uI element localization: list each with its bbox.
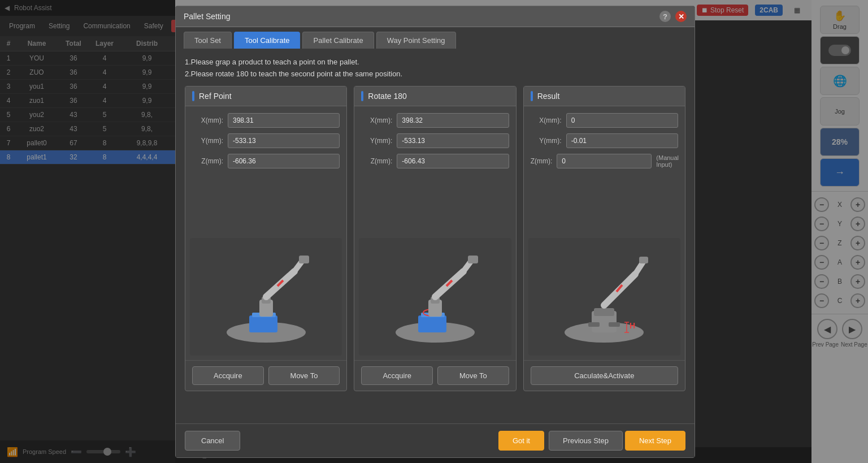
svg-rect-32 <box>639 257 648 263</box>
next-step-btn[interactable]: Next Step <box>625 431 685 451</box>
modal-controls: ? ✕ <box>659 11 687 22</box>
modal-titlebar: Pallet Setting ? ✕ <box>176 6 695 27</box>
robot-illustration-3: H <box>528 238 680 356</box>
tabs-container: Tool Set Tool Calibrate Pallet Calibrate… <box>176 27 695 49</box>
tab-pallet-calibrate[interactable]: Pallet Calibrate <box>302 32 374 49</box>
rotate-180-title: Rotate 180 <box>368 92 407 101</box>
rot-accquire-btn[interactable]: Accquire <box>361 366 433 385</box>
rotate-180-panel: Rotate 180 X(mm): Y(mm): Z(mm): <box>354 86 516 391</box>
rot-z-input[interactable] <box>397 154 509 168</box>
ref-point-title: Ref Point <box>199 92 232 101</box>
rotate-180-body: X(mm): Y(mm): Z(mm): <box>354 106 515 238</box>
rot-x-field: X(mm): <box>361 113 509 128</box>
ref-x-field: X(mm): <box>192 113 340 128</box>
footer-right: Got it Previous Step Next Step <box>498 431 685 451</box>
rot-y-label: Y(mm): <box>361 137 392 145</box>
nav-btns: Previous Step Next Step <box>549 431 685 451</box>
manual-input-label: (Manual Input) <box>656 154 679 168</box>
rot-z-label: Z(mm): <box>361 157 392 165</box>
panels-container: Ref Point X(mm): Y(mm): Z(mm): <box>185 86 685 391</box>
got-it-btn[interactable]: Got it <box>498 431 544 451</box>
svg-text:H: H <box>630 321 635 330</box>
ref-accquire-btn[interactable]: Accquire <box>192 366 264 385</box>
res-z-input[interactable] <box>557 154 652 168</box>
ref-z-label: Z(mm): <box>192 157 223 165</box>
tab-tool-set[interactable]: Tool Set <box>184 32 232 49</box>
robot-svg-1 <box>210 249 323 345</box>
rot-x-input[interactable] <box>397 113 509 128</box>
robot-illustration-1 <box>190 238 342 356</box>
close-btn[interactable]: ✕ <box>675 11 687 22</box>
ref-y-label: Y(mm): <box>192 137 223 145</box>
rotate-180-footer: Accquire Move To <box>354 360 515 391</box>
svg-rect-23 <box>588 322 600 327</box>
ref-point-footer: Accquire Move To <box>185 360 346 391</box>
calculate-activate-btn[interactable]: Caculate&Activate <box>531 366 678 385</box>
ref-z-input[interactable] <box>228 154 340 168</box>
panel-bar <box>192 91 194 101</box>
ref-y-field: Y(mm): <box>192 133 340 148</box>
ref-z-field: Z(mm): <box>192 154 340 168</box>
res-x-field: X(mm): <box>531 113 678 128</box>
tab-way-point-setting[interactable]: Way Point Setting <box>376 32 456 49</box>
svg-rect-19 <box>468 256 478 263</box>
svg-rect-22 <box>594 308 614 316</box>
rot-y-input[interactable] <box>397 133 509 148</box>
res-y-label: Y(mm): <box>531 137 562 145</box>
rot-z-field: Z(mm): <box>361 154 509 168</box>
ref-x-label: X(mm): <box>192 116 223 124</box>
prev-step-btn[interactable]: Previous Step <box>549 431 623 451</box>
svg-rect-10 <box>418 315 446 332</box>
result-footer: Caculate&Activate <box>524 360 685 391</box>
instruction-1: 1.Please grap a product to teach a point… <box>185 58 685 66</box>
svg-rect-1 <box>249 315 277 332</box>
modal-content: 1.Please grap a product to teach a point… <box>176 49 695 423</box>
svg-rect-8 <box>299 256 309 263</box>
result-body: X(mm): Y(mm): Z(mm): (Manual Input) <box>524 106 685 238</box>
instruction-2: 2.Please rotate 180 to teach the second … <box>185 70 685 78</box>
res-z-field: Z(mm): (Manual Input) <box>531 154 678 168</box>
tab-tool-calibrate[interactable]: Tool Calibrate <box>234 32 301 49</box>
modal-footer: Cancel Got it Previous Step Next Step <box>176 423 695 457</box>
panel-bar <box>531 91 533 101</box>
rotate-180-header: Rotate 180 <box>354 86 515 106</box>
ref-y-input[interactable] <box>228 133 340 148</box>
ref-point-panel: Ref Point X(mm): Y(mm): Z(mm): <box>185 86 347 391</box>
result-title: Result <box>537 92 560 101</box>
res-x-label: X(mm): <box>531 116 562 124</box>
svg-rect-24 <box>609 322 620 327</box>
panel-bar <box>361 91 363 101</box>
res-z-label: Z(mm): <box>531 157 553 165</box>
ref-x-input[interactable] <box>228 113 340 128</box>
rot-moveto-btn[interactable]: Move To <box>437 366 509 385</box>
robot-svg-3: H <box>548 249 661 345</box>
help-btn[interactable]: ? <box>659 11 671 22</box>
res-y-field: Y(mm): <box>531 133 678 148</box>
ref-point-body: X(mm): Y(mm): Z(mm): <box>185 106 346 238</box>
rot-y-field: Y(mm): <box>361 133 509 148</box>
result-header: Result <box>524 86 685 106</box>
modal-title: Pallet Setting <box>184 12 231 21</box>
robot-illustration-2 <box>359 238 511 356</box>
ref-moveto-btn[interactable]: Move To <box>268 366 340 385</box>
rot-x-label: X(mm): <box>361 116 392 124</box>
result-panel: Result X(mm): Y(mm): Z(mm): (Manual Inpu <box>523 86 685 391</box>
pallet-setting-modal: Pallet Setting ? ✕ Tool Set Tool Calibra… <box>175 6 695 458</box>
robot-svg-2 <box>379 249 492 345</box>
cancel-btn[interactable]: Cancel <box>185 431 240 451</box>
ref-point-header: Ref Point <box>185 86 346 106</box>
res-x-input[interactable] <box>566 113 678 128</box>
res-y-input[interactable] <box>566 133 678 148</box>
